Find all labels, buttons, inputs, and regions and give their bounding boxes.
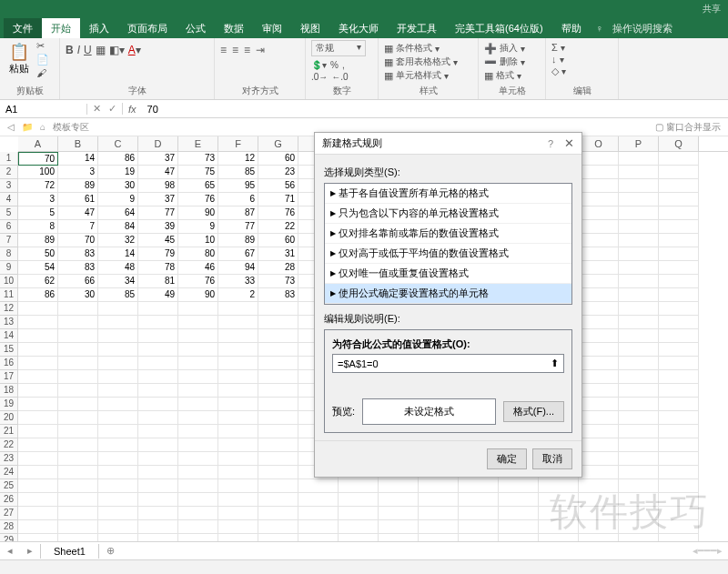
tab-help[interactable]: 帮助 xyxy=(552,18,591,38)
share-label[interactable]: 共享 xyxy=(703,3,721,15)
align-left-icon[interactable]: ≡ xyxy=(220,44,227,56)
cell[interactable]: 14 xyxy=(98,247,138,261)
cell[interactable] xyxy=(659,329,699,343)
row-header[interactable]: 3 xyxy=(0,179,18,193)
cell[interactable] xyxy=(258,438,298,452)
cell[interactable] xyxy=(579,288,619,302)
cell[interactable] xyxy=(98,479,138,493)
cell[interactable] xyxy=(659,302,699,316)
cell[interactable] xyxy=(499,520,539,534)
cell-styles-button[interactable]: ▦单元格样式▾ xyxy=(384,69,458,82)
cell[interactable] xyxy=(18,493,58,507)
cell[interactable] xyxy=(98,384,138,398)
col-header[interactable]: A xyxy=(18,136,58,151)
cell[interactable]: 76 xyxy=(258,206,298,220)
cell[interactable] xyxy=(178,411,218,425)
tab-perfect[interactable]: 完美工具箱(64位版) xyxy=(446,18,552,38)
cell[interactable] xyxy=(258,466,298,479)
cell[interactable] xyxy=(58,370,98,384)
row-header[interactable]: 8 xyxy=(0,247,18,261)
cell[interactable] xyxy=(579,302,619,316)
cell[interactable] xyxy=(178,343,218,357)
cell[interactable] xyxy=(499,479,539,493)
cell[interactable] xyxy=(659,425,699,438)
cell[interactable]: 75 xyxy=(178,166,218,179)
cell[interactable]: 60 xyxy=(258,152,298,166)
cell[interactable] xyxy=(98,398,138,411)
cell[interactable] xyxy=(98,520,138,534)
cell[interactable]: 86 xyxy=(98,152,138,166)
dialog-help-icon[interactable]: ? xyxy=(548,138,553,149)
row-header[interactable]: 23 xyxy=(0,452,18,466)
cell[interactable] xyxy=(98,452,138,466)
cell[interactable] xyxy=(579,357,619,370)
cell[interactable] xyxy=(18,425,58,438)
cell[interactable]: 83 xyxy=(58,247,98,261)
cell[interactable]: 56 xyxy=(258,179,298,193)
cell[interactable] xyxy=(619,343,659,357)
cell[interactable]: 85 xyxy=(98,288,138,302)
cell[interactable] xyxy=(298,479,339,493)
cell[interactable] xyxy=(18,329,58,343)
cell[interactable]: 76 xyxy=(178,193,218,206)
font-color-icon[interactable]: A▾ xyxy=(128,44,141,56)
cell[interactable]: 3 xyxy=(18,193,58,206)
cell[interactable]: 31 xyxy=(258,247,298,261)
increase-decimal-icon[interactable]: .0→ xyxy=(311,72,328,82)
cell[interactable] xyxy=(619,206,659,220)
border-icon[interactable]: ▦ xyxy=(96,44,106,56)
cell[interactable] xyxy=(419,520,459,534)
cell[interactable] xyxy=(218,425,258,438)
cell[interactable] xyxy=(258,357,298,370)
cancel-button[interactable]: 取消 xyxy=(532,448,572,469)
cell[interactable] xyxy=(98,329,138,343)
cell[interactable] xyxy=(579,398,619,411)
conditional-format-button[interactable]: ▦条件格式▾ xyxy=(384,42,458,55)
cell[interactable] xyxy=(58,438,98,452)
cell[interactable] xyxy=(98,507,138,520)
cell[interactable] xyxy=(218,452,258,466)
cell[interactable] xyxy=(218,411,258,425)
cell[interactable] xyxy=(258,425,298,438)
cell[interactable] xyxy=(619,316,659,329)
cell[interactable] xyxy=(619,166,659,179)
rule-option[interactable]: ▶使用公式确定要设置格式的单元格 xyxy=(325,284,571,304)
cell[interactable] xyxy=(579,411,619,425)
tell-me[interactable]: 操作说明搜索 xyxy=(603,18,682,38)
cell[interactable] xyxy=(579,343,619,357)
row-header[interactable]: 25 xyxy=(0,479,18,493)
cell[interactable] xyxy=(58,302,98,316)
cell[interactable]: 37 xyxy=(138,152,178,166)
cell[interactable] xyxy=(218,479,258,493)
cell[interactable] xyxy=(419,493,459,507)
cell[interactable] xyxy=(218,507,258,520)
cell[interactable] xyxy=(138,357,178,370)
cell[interactable] xyxy=(138,411,178,425)
cell[interactable] xyxy=(499,493,539,507)
cell[interactable]: 84 xyxy=(98,220,138,234)
cell[interactable]: 78 xyxy=(138,261,178,275)
cell[interactable]: 62 xyxy=(18,275,58,288)
cell[interactable] xyxy=(18,302,58,316)
row-header[interactable]: 11 xyxy=(0,288,18,302)
cell[interactable] xyxy=(258,343,298,357)
cell[interactable] xyxy=(218,438,258,452)
cell[interactable] xyxy=(178,452,218,466)
cell[interactable] xyxy=(659,466,699,479)
row-header[interactable]: 10 xyxy=(0,275,18,288)
cell[interactable] xyxy=(218,370,258,384)
cell[interactable] xyxy=(218,398,258,411)
col-header[interactable]: G xyxy=(258,136,298,151)
cell[interactable]: 12 xyxy=(218,152,258,166)
cell[interactable] xyxy=(619,357,659,370)
number-format-dropdown[interactable]: 常规▾ xyxy=(311,40,366,56)
cell[interactable] xyxy=(218,302,258,316)
cell[interactable] xyxy=(178,479,218,493)
cell[interactable] xyxy=(258,493,298,507)
cell[interactable]: 90 xyxy=(178,288,218,302)
cell[interactable] xyxy=(659,316,699,329)
cell[interactable] xyxy=(659,247,699,261)
cell[interactable] xyxy=(18,384,58,398)
cell[interactable] xyxy=(419,507,459,520)
cell[interactable]: 86 xyxy=(18,288,58,302)
